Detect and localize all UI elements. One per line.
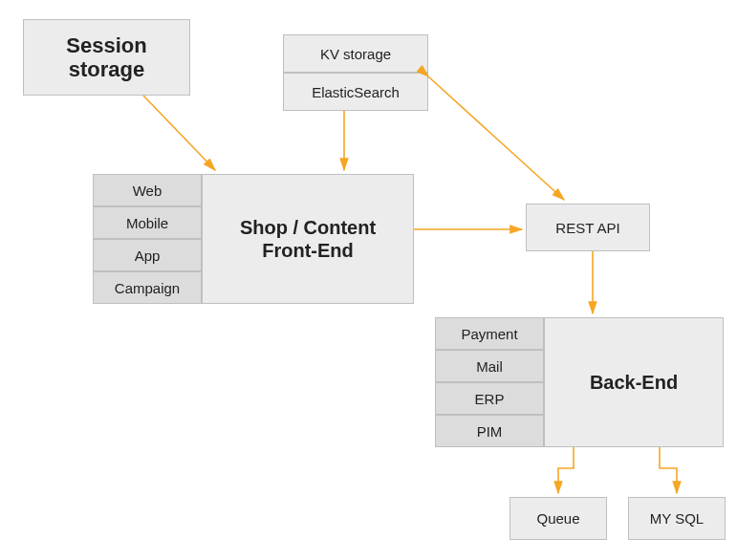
arrow-backend-to-mysql <box>660 447 677 493</box>
queue-box: Queue <box>509 497 607 540</box>
channel-mobile: Mobile <box>93 206 202 239</box>
service-erp: ERP <box>435 382 544 415</box>
frontend-box: Shop / Content Front-End <box>202 174 414 304</box>
service-mail: Mail <box>435 350 544 382</box>
channel-web: Web <box>93 174 202 206</box>
service-payment: Payment <box>435 317 544 350</box>
arrow-session-to-frontend <box>143 96 215 170</box>
rest-api-box: REST API <box>526 204 650 251</box>
elasticsearch-box: ElasticSearch <box>283 73 428 111</box>
mysql-box: MY SQL <box>628 497 726 540</box>
channel-app: App <box>93 239 202 271</box>
architecture-diagram: Session storage KV storage ElasticSearch… <box>0 0 737 560</box>
arrow-backend-to-queue <box>558 447 574 493</box>
arrow-storage-restapi <box>428 76 564 200</box>
backend-box: Back-End <box>544 317 724 447</box>
session-storage-box: Session storage <box>23 19 190 96</box>
channel-campaign: Campaign <box>93 271 202 304</box>
kv-storage-box: KV storage <box>283 34 428 73</box>
service-pim: PIM <box>435 415 544 447</box>
